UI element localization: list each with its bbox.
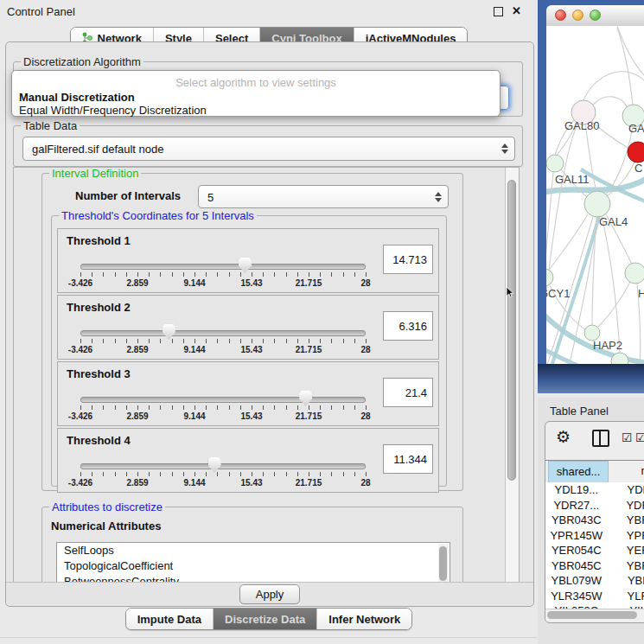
close-icon[interactable]: ✕ [512,4,521,17]
threshold-slider[interactable]: -3.4262.8599.14415.4321.71528 [80,397,366,422]
apply-button[interactable]: Apply [239,584,300,604]
table-header-row: shared... n [545,460,644,484]
column-selector-icon[interactable] [592,430,609,447]
attribute-list-item[interactable]: SelfLoops [57,543,450,558]
tick-mark [194,272,195,277]
tick-mark [137,272,138,277]
tick-mark [240,405,241,410]
scrollbar-thumb[interactable] [507,180,516,481]
slider-track[interactable] [80,330,366,336]
select-all-checkbox-icon[interactable]: ☑ [622,430,633,444]
cell-shared-name[interactable]: YBR045C [545,558,608,574]
cell-name[interactable]: YBL0 [608,573,644,589]
table-row[interactable]: YPR145WYPR1 [545,528,644,544]
slider-thumb[interactable] [239,258,252,273]
table-row[interactable]: YDL19...YDL1 [545,482,644,498]
tick-mark [194,405,195,410]
tick-mark [80,472,81,476]
tick-mark [217,272,218,277]
slider-track[interactable] [80,264,366,270]
tab-discretize-data[interactable]: Discretize Data [213,609,316,629]
cell-name[interactable]: YBR0 [608,558,644,574]
float-window-icon[interactable] [494,7,503,16]
tab-infer-network[interactable]: Infer Network [316,609,411,629]
network-node[interactable] [538,269,553,286]
scale-label: 28 [360,478,370,488]
cell-name[interactable]: YER0 [608,543,644,558]
cell-shared-name[interactable]: YDR27... [545,498,608,513]
table-data-combo[interactable]: galFiltered.sif default node [22,137,515,161]
table-row[interactable]: YBR043CYBR0 [545,513,644,528]
attribute-list-item[interactable]: TopologicalCoefficient [57,558,450,574]
table-row[interactable]: YER054CYER0 [545,543,644,558]
popup-option-manual-discretization[interactable]: Manual Discretization [12,91,500,104]
settings-vertical-scrollbar[interactable] [505,168,519,583]
threshold-value-field[interactable]: 14.713 [383,245,433,274]
network-node[interactable] [628,142,644,163]
node-label: C [634,162,642,175]
cell-name[interactable]: YDL1 [608,482,644,498]
column-header-name[interactable]: n [609,461,644,483]
cell-shared-name[interactable]: YDL19... [545,482,608,498]
scale-label: 2.859 [126,278,148,288]
network-node[interactable] [584,191,610,217]
cell-shared-name[interactable]: YLR345W [545,589,608,604]
threshold-row: Threshold 1 -3.4262.8599.14415.4321.7152… [57,228,439,293]
number-of-intervals-value: 5 [207,190,214,203]
scale-label: 9.144 [183,345,205,354]
cell-name[interactable]: YLR3 [608,589,644,604]
scrollbar-thumb[interactable] [547,611,637,619]
tick-mark [229,272,230,277]
tick-mark [297,405,298,410]
cell-name[interactable]: YBR0 [608,513,644,528]
threshold-slider[interactable]: -3.4262.8599.14415.4321.71528 [80,264,366,289]
group-title: Table Data [21,119,80,132]
scrollbar-thumb[interactable] [439,546,447,581]
table-row[interactable]: YLR345WYLR3 [545,589,644,604]
slider-thumb[interactable] [299,391,312,406]
network-node[interactable] [625,263,644,284]
column-header-shared-name[interactable]: shared... [548,461,609,483]
slider-track[interactable] [80,463,366,469]
threshold-value-field[interactable]: 6.316 [383,311,433,341]
tick-mark [286,339,287,343]
node-label: GA [628,122,644,135]
slider-thumb[interactable] [208,457,221,473]
group-title: Attributes to discretize [49,501,165,513]
tick-mark [343,272,344,277]
table-panel: Table Panel ⚙ ☑ ☑ shared... n YDL19...YD… [538,398,644,644]
thresholds-list: Threshold 1 -3.4262.8599.14415.4321.7152… [57,228,439,494]
popup-option-equal-width-frequency[interactable]: Equal Width/Frequency Discretization [12,104,500,117]
cell-shared-name[interactable]: YBR043C [545,513,608,528]
tick-mark [320,272,321,277]
table-row[interactable]: YDR27...YDR2 [545,498,644,513]
cell-name[interactable]: YDR2 [608,498,644,513]
threshold-slider[interactable]: -3.4262.8599.14415.4321.71528 [80,463,366,488]
network-canvas[interactable]: GAL80GACGAL11GAL4GCY1HHAP2 [538,0,644,393]
network-node[interactable] [546,155,564,172]
tick-mark [149,339,150,343]
tick-mark [217,405,218,410]
tab-impute-data[interactable]: Impute Data [126,609,213,629]
threshold-value-field[interactable]: 21.4 [383,378,433,407]
table-row[interactable]: YBR045CYBR0 [545,558,644,574]
checkbox-icon[interactable]: ☑ [635,430,644,444]
cell-shared-name[interactable]: YER054C [545,543,608,558]
gear-icon[interactable]: ⚙ [556,427,571,446]
tick-mark [263,339,264,343]
tick-mark [297,272,298,277]
cell-shared-name[interactable]: YBL079W [545,573,608,589]
cell-shared-name[interactable]: YPR145W [545,528,608,544]
slider-thumb[interactable] [163,324,175,340]
threshold-value-field[interactable]: 11.344 [383,444,433,474]
number-of-intervals-combo[interactable]: 5 [198,185,449,208]
table-data-group: Table Data galFiltered.sif default node [13,125,523,167]
table-panel-title: Table Panel [550,405,609,418]
attributes-scrollbar[interactable] [438,544,449,583]
slider-track[interactable] [80,397,366,403]
threshold-slider[interactable]: -3.4262.8599.14415.4321.71528 [80,330,366,355]
table-horizontal-scrollbar[interactable] [545,609,644,622]
cell-name[interactable]: YPR1 [608,528,644,544]
table-row[interactable]: YBL079WYBL0 [545,573,644,589]
scale-label: 9.144 [183,478,205,488]
